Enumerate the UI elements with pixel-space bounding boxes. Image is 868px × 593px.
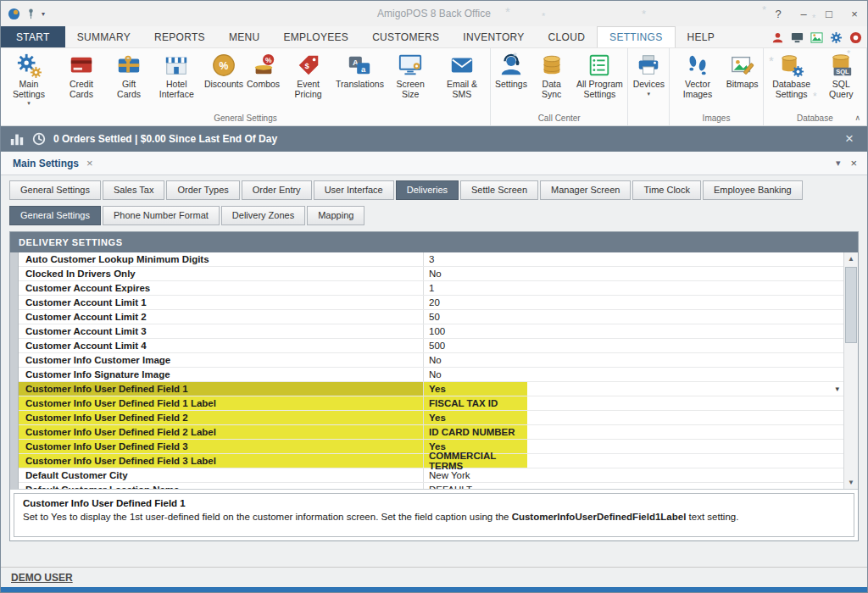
table-row[interactable]: Customer Account Limit 250 [19,310,843,324]
quick-access-chevron-down-icon[interactable]: ▾ [42,10,45,18]
tab-bar-close-icon[interactable]: × [850,157,857,169]
setting-value-cell[interactable]: Yes [424,411,843,424]
scroll-down-icon[interactable]: ▼ [844,476,858,489]
value-dropdown-chevron-icon[interactable]: ▾ [835,385,839,393]
minimize-button[interactable]: – [791,2,816,25]
tab-general-settings[interactable]: General Settings [9,180,101,200]
ribbon-button-bitmaps[interactable]: Bitmaps [724,50,761,90]
tab-settle-screen[interactable]: Settle Screen [460,180,538,200]
ribbon-button-all-program-settings[interactable]: All Program Settings [573,50,626,99]
ribbon-button-email-sms[interactable]: Email & SMS [436,50,488,99]
menu-tab-reports[interactable]: REPORTS [142,26,217,47]
setting-value-cell[interactable]: DEFAULT [424,483,843,489]
tab-order-types[interactable]: Order Types [166,180,239,200]
monitor-icon[interactable] [791,31,804,44]
table-row[interactable]: Customer Account Limit 4500 [19,339,843,353]
table-row[interactable]: Auto Customer Lookup Minimum Digits3 [19,252,843,267]
subtab-mapping[interactable]: Mapping [307,206,364,225]
setting-value-cell[interactable]: 3 [424,252,843,266]
ribbon-button-combos[interactable]: %Combos [245,50,282,90]
ribbon-button-discounts[interactable]: %Discounts [203,50,244,90]
ribbon-button-settings[interactable]: Settings [492,50,530,90]
table-row[interactable]: Customer Info User Defined Field 3 Label… [19,454,843,468]
table-row[interactable]: Default Customer Location NameDEFAULT [19,483,843,489]
tab-user-interface[interactable]: User Interface [314,180,394,200]
ribbon-button-event-pricing[interactable]: $Event Pricing [282,50,335,99]
ribbon-button-credit-cards[interactable]: Credit Cards [55,50,108,99]
document-tab-close-icon[interactable]: × [86,157,93,169]
setting-value-cell[interactable]: 20 [424,296,843,309]
table-row[interactable]: Customer Info User Defined Field 2 Label… [19,425,843,440]
setting-value-cell[interactable]: COMMERCIAL TERMS [424,454,843,468]
setting-value-cell[interactable]: 500 [424,339,843,352]
table-row[interactable]: Customer Account Limit 120 [19,296,843,310]
ribbon-button-data-sync[interactable]: Data Sync [530,50,573,99]
subtab-general-settings[interactable]: General Settings [9,206,101,225]
ribbon-button-sql-query[interactable]: SQLSQL Query [818,50,865,99]
user-lock-icon[interactable] [771,31,784,44]
table-row[interactable]: Customer Info User Defined Field 1Yes▾ [19,382,843,396]
menu-tab-start[interactable]: START [1,26,65,47]
ribbon-button-translations[interactable]: AaTranslations [335,50,386,90]
table-row[interactable]: Customer Info User Defined Field 2Yes [19,411,843,425]
table-row[interactable]: Customer Info Customer ImageNo [19,353,843,368]
table-row[interactable]: Customer Account Limit 3100 [19,324,843,339]
setting-value-cell[interactable]: 100 [424,324,843,338]
scrollbar-thumb[interactable] [845,267,857,343]
tab-list-chevron-down-icon[interactable]: ▾ [836,158,841,169]
ribbon-button-hotel-interface[interactable]: Hotel Interface [150,50,203,99]
ribbon-button-screen-size[interactable]: Screen Size [385,50,436,99]
setting-value-cell[interactable]: Yes▾ [424,382,843,396]
table-row[interactable]: Customer Info Signature ImageNo [19,368,843,382]
setting-value-cell[interactable]: No [424,368,843,381]
vertical-scrollbar[interactable]: ▲ ▼ [843,252,858,489]
ribbon-button-devices[interactable]: Devices▾ [630,50,667,97]
subtab-delivery-zones[interactable]: Delivery Zones [221,206,305,225]
svg-text:$: $ [304,62,309,70]
ribbon-button-main-settings[interactable]: Main Settings▾ [3,50,55,106]
table-row[interactable]: Clocked In Drivers OnlyNo [19,267,843,281]
menu-tab-menu[interactable]: MENU [217,26,272,47]
menu-tab-summary[interactable]: SUMMARY [65,26,142,47]
ribbon-button-database-settings[interactable]: Database Settings [765,50,818,99]
table-row[interactable]: Customer Info User Defined Field 1 Label… [19,396,843,411]
setting-value-cell[interactable]: No [424,267,843,280]
ribbon-button-vector-images[interactable]: Vector Images [671,50,723,99]
subtab-phone-number-format[interactable]: Phone Number Format [103,206,220,225]
scrollbar-track[interactable] [844,265,858,476]
tab-employee-banking[interactable]: Employee Banking [703,180,803,200]
current-user-link[interactable]: DEMO USER [11,572,73,584]
menu-tab-settings[interactable]: SETTINGS [597,26,675,47]
table-row[interactable]: Default Customer CityNew York [19,468,843,483]
lifesaver-icon[interactable] [849,31,862,44]
gear-icon[interactable] [830,31,843,44]
help-button[interactable]: ? [765,2,791,25]
menu-tab-inventory[interactable]: INVENTORY [451,26,536,47]
document-tab-main-settings[interactable]: Main Settings × [11,152,95,175]
table-row[interactable]: Customer Account Expires1 [19,281,843,296]
menu-tab-help[interactable]: HELP [676,26,727,47]
ribbon-button-gift-cards[interactable]: Gift Cards [108,50,150,99]
close-button[interactable]: × [842,2,867,25]
setting-value-cell[interactable]: FISCAL TAX ID [424,396,843,410]
ribbon-collapse-chevron-icon[interactable]: ∧ [854,114,860,122]
tab-manager-screen[interactable]: Manager Screen [540,180,631,200]
menu-tab-employees[interactable]: EMPLOYEES [271,26,360,47]
tab-time-clock[interactable]: Time Clock [632,180,701,200]
tab-sales-tax[interactable]: Sales Tax [103,180,165,200]
pin-icon[interactable] [25,8,37,20]
setting-value-cell[interactable]: 1 [424,281,843,295]
setting-value-cell[interactable]: New York [424,468,843,482]
image-icon[interactable] [810,31,823,44]
setting-value-cell[interactable]: 50 [424,310,843,324]
maximize-button[interactable]: □ [816,2,842,25]
tab-order-entry[interactable]: Order Entry [242,180,312,200]
tab-deliveries[interactable]: Deliveries [396,180,459,200]
menu-tab-cloud[interactable]: CLOUD [537,26,598,47]
setting-value-cell[interactable]: No [424,353,843,367]
menu-tab-customers[interactable]: CUSTOMERS [360,26,451,47]
orders-bar-close-icon[interactable]: × [840,130,859,147]
setting-name: Auto Customer Lookup Minimum Digits [19,252,424,266]
scroll-up-icon[interactable]: ▲ [844,252,858,265]
setting-value-cell[interactable]: ID CARD NUMBER [424,425,843,439]
